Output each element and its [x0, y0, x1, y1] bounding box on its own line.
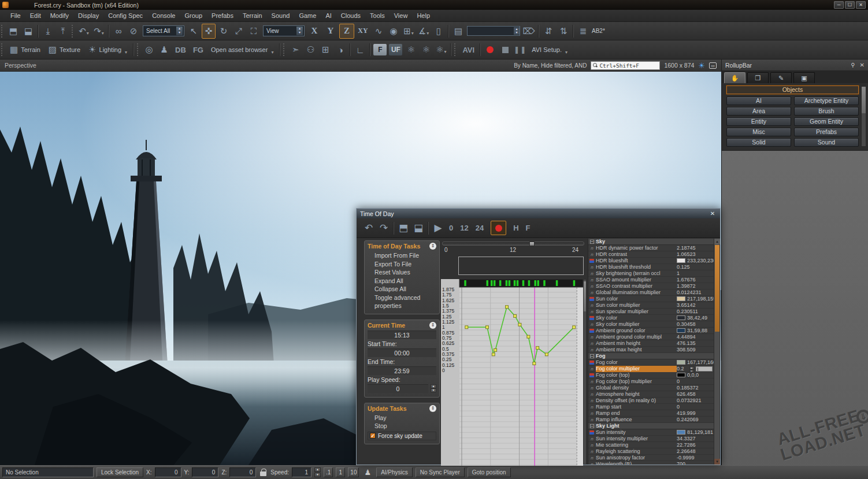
menu-item-config-spec[interactable]: Config Spec: [103, 10, 147, 21]
avi-pause-button[interactable]: ❚❚: [513, 42, 527, 57]
menu-item-game[interactable]: Game: [294, 10, 321, 21]
z-coordinate-field[interactable]: 0: [229, 467, 256, 477]
menu-item-sound[interactable]: Sound: [267, 10, 295, 21]
tod-redo-button[interactable]: ↷: [377, 221, 391, 236]
property-section-sky-light[interactable]: −Sky Light: [588, 423, 714, 429]
terrain-button[interactable]: ▦Terrain: [6, 42, 44, 57]
property-row[interactable]: Sun intensity81,129,181: [588, 429, 714, 436]
curve-keyframe[interactable]: [536, 347, 539, 350]
property-value[interactable]: 38,42,49: [677, 315, 714, 321]
select-area-button[interactable]: ⛶: [247, 24, 261, 39]
axis-z-button[interactable]: Z: [339, 24, 354, 39]
curve-keyframe[interactable]: [527, 335, 530, 338]
property-value[interactable]: 34.3327: [677, 436, 714, 441]
property-value[interactable]: 81,129,181: [677, 429, 714, 435]
grid-snap-dropdown-icon[interactable]: ▾: [411, 31, 414, 38]
object-button-archetype-entity[interactable]: Archetype Entity: [794, 96, 859, 105]
camera-target-button[interactable]: ◑: [333, 42, 347, 57]
property-row[interactable]: nAmbient max height308.509: [588, 347, 714, 353]
view-dropdown[interactable]: View▴▾: [263, 25, 305, 36]
curve-keyframe[interactable]: [492, 353, 495, 356]
toolbar-drag-handle[interactable]: [72, 25, 75, 38]
property-row[interactable]: nRamp influence0.242069: [588, 417, 714, 423]
property-row[interactable]: Fog color (top)0,0,0: [588, 372, 714, 378]
update-task-play[interactable]: Play: [368, 414, 436, 422]
pin-icon[interactable]: ⚲: [851, 62, 855, 68]
axis-y-button[interactable]: Y: [323, 24, 338, 39]
menu-item-file[interactable]: File: [6, 10, 25, 21]
keyframe-tick[interactable]: [543, 280, 546, 286]
input-spin-icon[interactable]: ▴▾: [514, 27, 520, 35]
send-to-game-button[interactable]: ⇵: [541, 24, 555, 39]
collapse-group-icon[interactable]: ⇕: [429, 243, 436, 250]
collapse-group-icon[interactable]: ⇕: [429, 322, 436, 329]
checkbox-checked-icon[interactable]: ✓: [370, 433, 376, 439]
property-value[interactable]: 217,198,159: [677, 296, 714, 302]
menu-item-prefabs[interactable]: Prefabs: [207, 10, 238, 21]
curve-keyframe[interactable]: [465, 326, 468, 329]
undo-dropdown-icon[interactable]: ▾: [87, 31, 89, 38]
objects-rollup-header[interactable]: Objects: [726, 86, 859, 94]
play-speed-spinner[interactable]: ▲▼: [431, 384, 436, 392]
grid-tool-button[interactable]: ⊞: [318, 42, 332, 57]
keyframe-tick[interactable]: [534, 280, 536, 286]
tod-play-button[interactable]: ▶: [431, 221, 445, 236]
measure-button[interactable]: ∟: [353, 42, 367, 57]
tod-fetch-button[interactable]: F: [522, 224, 534, 232]
property-value[interactable]: 1.39872: [677, 283, 714, 289]
minimize-button[interactable]: ─: [834, 1, 844, 9]
property-value[interactable]: 0: [677, 404, 714, 410]
object-button-prefabs[interactable]: Prefabs: [794, 128, 859, 136]
save-button[interactable]: ⬓: [21, 24, 35, 39]
axis-xy-button[interactable]: XY: [355, 24, 370, 39]
property-row[interactable]: nSun color multiplier3.65142: [588, 302, 714, 309]
select-button[interactable]: ↖: [187, 24, 201, 39]
keyframe-tick[interactable]: [509, 280, 511, 286]
color-swatch[interactable]: [677, 296, 685, 301]
tab-display[interactable]: ▣: [793, 72, 815, 83]
tab-modelling[interactable]: ✎: [770, 72, 792, 83]
tod-export-button[interactable]: ⬓: [411, 221, 425, 236]
property-value[interactable]: 1: [677, 270, 714, 276]
menu-item-group[interactable]: Group: [180, 10, 207, 21]
y-coordinate-field[interactable]: 0: [192, 467, 218, 477]
menu-item-terrain[interactable]: Terrain: [238, 10, 267, 21]
clear-selection-button[interactable]: ⌦: [522, 24, 536, 39]
character-editor-button[interactable]: ♟: [157, 42, 171, 57]
property-row[interactable]: nRayleigh scattering2.26648: [588, 448, 714, 455]
graph-scrollbar[interactable]: [583, 279, 587, 465]
property-row[interactable]: nHDR contrast1.06523: [588, 251, 714, 258]
color-swatch[interactable]: [677, 430, 685, 435]
search-input[interactable]: [599, 62, 658, 69]
curve-keyframe[interactable]: [494, 348, 497, 351]
keyframe-tick[interactable]: [556, 280, 558, 286]
value-edit-field[interactable]: [696, 366, 713, 372]
object-button-misc[interactable]: Misc: [726, 128, 791, 136]
curve-keyframe[interactable]: [518, 323, 521, 326]
color-swatch[interactable]: [677, 373, 685, 377]
property-row[interactable]: nSun specular multiplier0.230511: [588, 309, 714, 315]
property-value[interactable]: 1.06523: [677, 251, 714, 257]
keyframe-tick[interactable]: [506, 280, 508, 286]
speed-spinner[interactable]: ▲▼: [314, 467, 321, 477]
redo-dropdown-icon[interactable]: ▾: [102, 31, 104, 38]
property-value[interactable]: 1.67676: [677, 277, 714, 283]
angle-snap-dropdown-icon[interactable]: ▾: [426, 31, 429, 38]
property-row[interactable]: nDensity offset (in reality 0)0.0732921: [588, 398, 714, 404]
undo-button[interactable]: ↶▾: [77, 24, 91, 39]
avi-record-button[interactable]: [483, 42, 497, 57]
property-row[interactable]: nSun anisotropy factor-0.9999: [588, 455, 714, 461]
property-value[interactable]: 2.18745: [677, 245, 714, 251]
dropdown-spin-icon[interactable]: ▴▾: [176, 27, 183, 35]
selection-name-input[interactable]: ▴▾: [467, 26, 520, 36]
value-spinner[interactable]: ▲▼: [689, 366, 694, 372]
title-bar[interactable]: Forest.cry - Sandbox (tm) (x64 Edition) …: [0, 0, 868, 10]
property-value[interactable]: 3.65142: [677, 302, 714, 308]
property-row[interactable]: nHDR dynamic power factor2.18745: [588, 245, 714, 251]
property-row[interactable]: Ambient ground color31,59,88: [588, 328, 714, 334]
filter-options-label[interactable]: By Name, Hide filtered, AND: [514, 62, 587, 69]
export-button[interactable]: ⤓: [41, 24, 55, 39]
color-swatch[interactable]: [677, 258, 685, 263]
property-value[interactable]: 2.26648: [677, 448, 714, 454]
unlink-button[interactable]: ⊘: [127, 24, 140, 39]
